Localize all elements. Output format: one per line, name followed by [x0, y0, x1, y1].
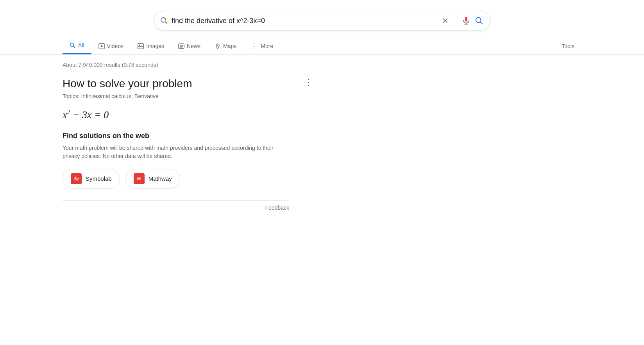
- tools-label: Tools: [562, 43, 574, 49]
- feedback-row: Feedback: [63, 201, 289, 215]
- tab-all-label: All: [78, 42, 84, 49]
- tab-more[interactable]: ⋮ More: [243, 38, 280, 54]
- svg-line-10: [73, 46, 75, 48]
- mathway-logo: M: [134, 173, 145, 184]
- three-dots-menu[interactable]: ⋮: [304, 77, 313, 88]
- privacy-notice: Your math problem will be shared with ma…: [63, 144, 289, 160]
- svg-line-6: [480, 22, 482, 24]
- featured-title: How to solve your problem: [63, 77, 289, 90]
- feedback-link[interactable]: Feedback: [265, 205, 289, 211]
- tab-videos-label: Videos: [107, 43, 124, 49]
- search-input[interactable]: [172, 17, 438, 25]
- svg-line-1: [165, 22, 167, 24]
- tab-images[interactable]: Images: [131, 38, 171, 54]
- symbolab-button[interactable]: Sy Symbolab: [63, 169, 120, 189]
- play-icon: [98, 43, 105, 49]
- more-dots-icon: ⋮: [250, 43, 258, 50]
- all-tab-icon: [70, 42, 76, 49]
- tab-all[interactable]: All: [63, 38, 91, 54]
- math-formula: x2 − 3x = 0: [63, 109, 289, 121]
- search-bar: ✕: [154, 11, 490, 31]
- mic-icon[interactable]: [462, 16, 471, 25]
- solver-buttons: Sy Symbolab M Mathway: [63, 169, 289, 189]
- featured-card: How to solve your problem Topics: Infini…: [63, 77, 289, 189]
- results-count: About 7,940,000 results (0.78 seconds): [63, 62, 289, 68]
- results-container: About 7,940,000 results (0.78 seconds) H…: [0, 55, 352, 215]
- news-icon: [178, 43, 184, 49]
- tab-more-label: More: [261, 43, 273, 49]
- symbolab-logo: Sy: [71, 173, 82, 184]
- search-divider: [455, 15, 455, 26]
- maps-icon: [215, 43, 221, 49]
- tab-news-label: News: [187, 43, 200, 49]
- find-solutions-title: Find solutions on the web: [63, 132, 289, 140]
- clear-icon[interactable]: ✕: [442, 16, 449, 25]
- mathway-label: Mathway: [148, 175, 172, 182]
- search-bar-wrapper: ✕: [0, 0, 644, 38]
- svg-marker-12: [101, 45, 103, 47]
- svg-point-19: [217, 45, 218, 46]
- svg-rect-2: [465, 17, 467, 22]
- tab-maps[interactable]: Maps: [208, 38, 243, 54]
- symbolab-label: Symbolab: [86, 175, 112, 182]
- featured-topics: Topics: Infinitesimal calculus, Derivati…: [63, 93, 289, 99]
- tab-images-label: Images: [146, 43, 164, 49]
- nav-tabs: All Videos Images News Maps: [0, 38, 644, 55]
- tab-maps-label: Maps: [223, 43, 236, 49]
- search-submit-icon[interactable]: [475, 16, 483, 25]
- tab-news[interactable]: News: [171, 38, 208, 54]
- tab-tools[interactable]: Tools: [555, 38, 581, 54]
- google-search-icon: [161, 17, 168, 24]
- image-icon: [138, 43, 144, 49]
- mathway-button[interactable]: M Mathway: [125, 169, 180, 189]
- tab-videos[interactable]: Videos: [91, 38, 131, 54]
